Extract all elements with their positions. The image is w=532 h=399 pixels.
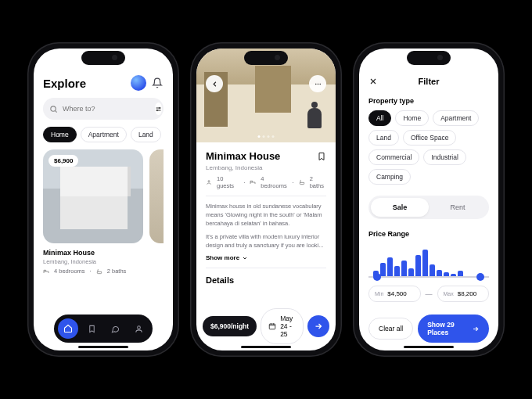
chip-apartment[interactable]: Apartment xyxy=(433,110,479,126)
search-input[interactable] xyxy=(43,98,164,120)
property-type-chips: All Home Apartment Land Office Space Com… xyxy=(368,110,489,185)
listing-location: Lembang, Indonesia xyxy=(43,258,143,265)
search-icon xyxy=(49,105,58,113)
bed-icon xyxy=(250,179,256,185)
price-pill: $6,900/night xyxy=(203,316,257,336)
tab-home[interactable]: Home xyxy=(43,127,77,142)
chip-office[interactable]: Office Space xyxy=(403,130,457,146)
nav-bookmark[interactable] xyxy=(81,318,102,339)
segment-rent[interactable]: Rent xyxy=(429,198,487,217)
listing-meta: 4 bedrooms · 2 baths xyxy=(43,268,143,275)
phone-explore: Explore Home xyxy=(27,42,179,357)
svg-point-6 xyxy=(319,83,320,84)
tab-land[interactable]: Land xyxy=(131,127,161,142)
page-title: Filter xyxy=(419,77,440,86)
histogram-bar xyxy=(387,257,393,278)
listing-name: Minimax House xyxy=(43,249,143,257)
bed-icon xyxy=(43,268,49,275)
listing-location: Lembang, Indonesia xyxy=(206,164,326,171)
chip-home[interactable]: Home xyxy=(395,110,429,126)
close-button[interactable] xyxy=(368,77,378,86)
bell-icon[interactable] xyxy=(151,77,164,89)
guests-icon xyxy=(206,179,212,185)
min-price-input[interactable]: Min$4,500 xyxy=(368,286,421,302)
listing-image xyxy=(149,149,164,243)
histogram-bar xyxy=(422,250,428,278)
svg-point-0 xyxy=(51,106,56,110)
svg-point-5 xyxy=(317,83,318,84)
page-title: Explore xyxy=(43,77,86,90)
bath-icon xyxy=(299,179,305,185)
more-button[interactable] xyxy=(309,75,326,92)
svg-point-7 xyxy=(208,181,210,182)
category-tabs: Home Apartment Land Office S xyxy=(43,127,164,142)
svg-rect-8 xyxy=(269,324,275,329)
bookmark-icon[interactable] xyxy=(317,152,326,161)
chip-land[interactable]: Land xyxy=(368,130,399,146)
device-notch xyxy=(244,51,288,65)
max-price-input[interactable]: Max$8,200 xyxy=(437,286,490,302)
nav-chat[interactable] xyxy=(105,318,125,339)
svg-point-1 xyxy=(159,107,160,109)
bottom-nav xyxy=(54,315,153,343)
chip-industrial[interactable]: Industrial xyxy=(423,149,466,165)
home-indicator xyxy=(404,346,454,348)
chevron-down-icon xyxy=(242,255,248,261)
listing-image: $6,900 xyxy=(43,149,143,243)
device-notch xyxy=(407,51,451,65)
svg-point-2 xyxy=(156,110,158,111)
phone-filter: Filter Property type All Home Apartment … xyxy=(353,42,505,357)
filter-icon[interactable] xyxy=(155,102,162,115)
date-picker[interactable]: May 24 - 25 xyxy=(261,308,304,344)
back-button[interactable] xyxy=(206,75,223,92)
histogram-bar xyxy=(415,255,421,278)
details-heading: Details xyxy=(206,275,326,285)
device-notch xyxy=(81,51,125,65)
range-handle-min[interactable] xyxy=(373,273,381,281)
svg-point-3 xyxy=(137,325,140,329)
avatar[interactable] xyxy=(131,75,146,91)
chip-commercial[interactable]: Commercial xyxy=(368,149,419,165)
histogram-bar xyxy=(401,261,407,278)
search-field[interactable] xyxy=(63,105,150,113)
nav-profile[interactable] xyxy=(128,318,149,339)
arrow-right-icon xyxy=(472,325,480,333)
clear-all-button[interactable]: Clear all xyxy=(368,318,413,340)
image-pager-dots xyxy=(258,135,275,138)
home-indicator xyxy=(78,346,128,348)
person-figure xyxy=(307,108,322,128)
show-results-button[interactable]: Show 29 Places xyxy=(418,315,489,343)
nav-home[interactable] xyxy=(58,318,78,339)
home-indicator xyxy=(241,346,291,348)
continue-button[interactable] xyxy=(307,315,329,337)
description-2: It's a private villa with modern luxury … xyxy=(206,233,326,250)
price-range-label: Price Range xyxy=(368,230,489,238)
chip-all[interactable]: All xyxy=(368,110,391,126)
price-histogram[interactable] xyxy=(368,243,489,278)
price-tag: $6,900 xyxy=(49,155,78,167)
show-more-button[interactable]: Show more xyxy=(206,254,326,261)
tab-apartment[interactable]: Apartment xyxy=(81,127,127,142)
range-dash: — xyxy=(426,290,433,298)
calendar-icon xyxy=(268,322,276,330)
chip-camping[interactable]: Camping xyxy=(368,169,411,185)
bath-icon xyxy=(96,268,102,275)
description-1: Minimax house in old sundanese vocabular… xyxy=(206,203,326,228)
sale-rent-segment: Sale Rent xyxy=(368,196,489,219)
segment-sale[interactable]: Sale xyxy=(371,198,429,217)
phone-detail: Minimax House Lembang, Indonesia 10 gues… xyxy=(190,42,342,357)
listing-card[interactable]: $6,900 Minimax House Lembang, Indonesia … xyxy=(43,149,143,275)
listing-card-partial[interactable] xyxy=(149,149,164,275)
range-handle-max[interactable] xyxy=(476,273,484,281)
listing-title: Minimax House xyxy=(206,150,280,162)
listing-specs: 10 guests· 4 bedrooms· 2 baths xyxy=(206,175,326,189)
svg-point-4 xyxy=(315,83,316,84)
property-type-label: Property type xyxy=(368,97,489,105)
